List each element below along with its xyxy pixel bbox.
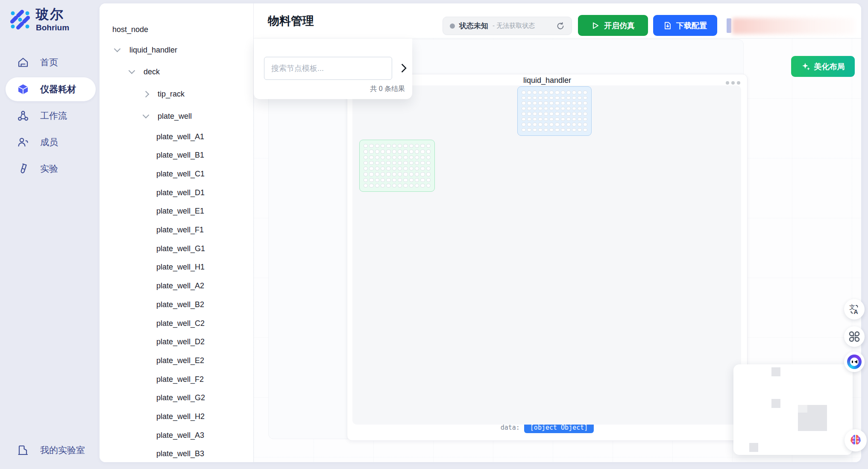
sparkles-icon — [801, 62, 811, 71]
well — [409, 149, 413, 153]
flow-canvas[interactable]: liquid_handler data: [object Object] 美化布… — [254, 38, 861, 462]
tree-node-label: host_node — [112, 25, 148, 34]
tree-node-plate_well_B3[interactable]: plate_well_B3 — [100, 448, 253, 460]
well — [392, 149, 396, 153]
tree-node-plate_well_G2[interactable]: plate_well_G2 — [100, 393, 253, 404]
well — [415, 149, 419, 153]
tree-node-plate_well_F2[interactable]: plate_well_F2 — [100, 374, 253, 385]
well — [398, 167, 402, 170]
well — [566, 117, 571, 121]
tree-node-plate_well_D1[interactable]: plate_well_D1 — [100, 187, 253, 198]
ai-assistant-button[interactable] — [844, 352, 865, 372]
minimap[interactable] — [733, 364, 853, 455]
sidebar-item-instruments[interactable]: 仪器耗材 — [6, 77, 96, 101]
minimap-node — [798, 405, 807, 413]
tree-node-label: tip_rack — [158, 90, 185, 99]
tree-node-host_node[interactable]: host_node — [100, 24, 253, 35]
well — [381, 155, 385, 159]
well — [381, 178, 385, 182]
apps-grid-icon — [848, 331, 860, 343]
sidebar-item-my-lab[interactable]: 我的实验室 — [6, 438, 96, 462]
redacted-blur-block — [732, 18, 855, 34]
well — [420, 161, 425, 165]
translate-button[interactable]: 文 A — [844, 299, 865, 320]
play-icon — [591, 21, 600, 30]
well — [398, 172, 402, 176]
search-input[interactable] — [264, 57, 392, 80]
chevron-down-icon[interactable] — [114, 46, 121, 53]
tree-node-plate_well_C1[interactable]: plate_well_C1 — [100, 168, 253, 179]
chevron-down-icon[interactable] — [143, 112, 150, 119]
well — [375, 167, 379, 170]
well — [583, 123, 587, 126]
main-area: 物料管理 状态未知 - 无法获取状态 开启仿真 — [254, 3, 861, 462]
well — [426, 144, 431, 148]
brand-name-en: Bohrium — [36, 23, 69, 32]
well — [578, 123, 582, 126]
well — [386, 167, 390, 170]
tree-node-deck[interactable]: deck — [100, 66, 253, 77]
tip-rack-plate[interactable] — [517, 86, 592, 136]
lab-building-icon — [17, 444, 29, 456]
bohrium-logo-icon — [10, 10, 30, 29]
well — [527, 107, 531, 111]
refresh-icon[interactable] — [556, 22, 565, 30]
sidebar-item-members[interactable]: 成员 — [6, 130, 96, 154]
tree-node-plate_well_A3[interactable]: plate_well_A3 — [100, 430, 253, 441]
tree-node-plate_well_E1[interactable]: plate_well_E1 — [100, 206, 253, 217]
ellipsis-icon[interactable] — [726, 81, 740, 85]
well — [561, 117, 565, 121]
well — [369, 161, 373, 165]
tree-node-plate_well_C2[interactable]: plate_well_C2 — [100, 318, 253, 329]
well — [566, 96, 571, 100]
sidebar-item-workflow[interactable]: 工作流 — [6, 104, 96, 128]
well — [533, 96, 537, 100]
tree-node-plate_well_G1[interactable]: plate_well_G1 — [100, 243, 253, 254]
sidebar-footer-label: 我的实验室 — [40, 444, 85, 456]
well — [544, 96, 548, 100]
tree-node-liquid_handler[interactable]: liquid_handler — [100, 44, 253, 56]
tree-node-plate_well_H2[interactable]: plate_well_H2 — [100, 411, 253, 422]
tree-node-plate_well_B1[interactable]: plate_well_B1 — [100, 150, 253, 161]
tree-node-plate_well_E2[interactable]: plate_well_E2 — [100, 355, 253, 366]
well — [533, 101, 537, 105]
download-config-button[interactable]: 下载配置 — [653, 15, 717, 36]
tree-node-plate_well_A1[interactable]: plate_well_A1 — [100, 131, 253, 142]
well — [398, 178, 402, 182]
well — [533, 128, 537, 132]
tree-node-plate_well[interactable]: plate_well — [100, 111, 253, 122]
start-simulation-button[interactable]: 开启仿真 — [578, 15, 648, 36]
beautify-layout-button[interactable]: 美化布局 — [791, 56, 855, 77]
sidebar-item-experiments[interactable]: 实验 — [6, 157, 96, 181]
tree-node-plate_well_A2[interactable]: plate_well_A2 — [100, 281, 253, 292]
status-badge: 状态未知 - 无法获取状态 — [443, 17, 572, 35]
well — [527, 117, 531, 121]
well — [386, 172, 390, 176]
liquid-handler-node[interactable]: liquid_handler data: [object Object] — [347, 74, 748, 441]
well — [555, 101, 559, 105]
well — [364, 184, 368, 188]
apps-button[interactable] — [844, 326, 865, 347]
chevron-down-icon[interactable] — [129, 67, 135, 74]
well — [561, 107, 565, 111]
chevron-right-icon[interactable] — [398, 64, 407, 73]
well — [561, 101, 565, 105]
experiment-icon — [17, 163, 29, 175]
tree-node-plate_well_H1[interactable]: plate_well_H1 — [100, 262, 253, 273]
svg-text:A: A — [854, 308, 858, 315]
well — [403, 149, 408, 153]
tree-node-tip_rack[interactable]: tip_rack — [100, 88, 253, 100]
data-label: data: — [501, 424, 520, 431]
tree-node-plate_well_B2[interactable]: plate_well_B2 — [100, 299, 253, 310]
sidebar-item-home[interactable]: 首页 — [6, 50, 96, 74]
ai-brain-button[interactable] — [845, 429, 867, 451]
brand-logo: 玻尔 Bohrium — [10, 8, 69, 32]
chevron-right-icon[interactable] — [143, 91, 150, 97]
tree-node-plate_well_D2[interactable]: plate_well_D2 — [100, 337, 253, 348]
plate-well-plate[interactable] — [359, 140, 435, 192]
well — [572, 107, 576, 111]
well — [561, 128, 565, 132]
well — [364, 149, 368, 153]
well — [527, 112, 531, 116]
tree-node-plate_well_F1[interactable]: plate_well_F1 — [100, 225, 253, 236]
